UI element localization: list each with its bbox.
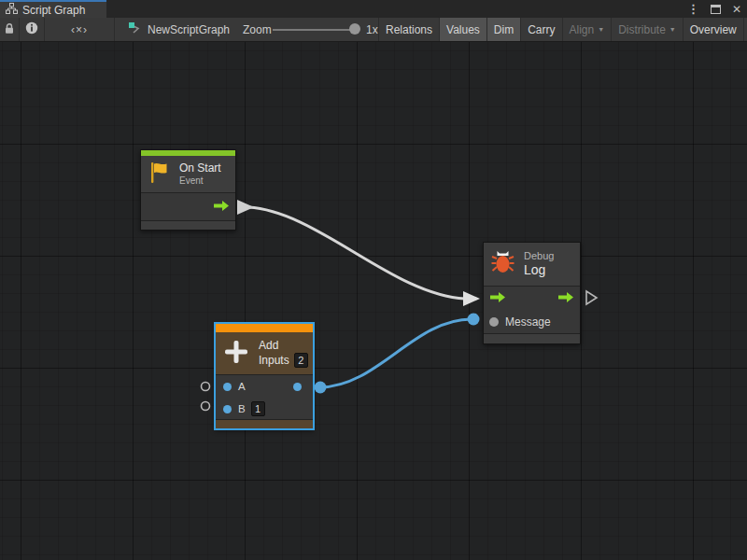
port-a-label: A bbox=[238, 381, 246, 392]
fullscreen-button[interactable]: Full S bbox=[743, 18, 747, 41]
flow-output-port[interactable] bbox=[557, 290, 574, 307]
info-icon bbox=[25, 21, 38, 37]
code-icon: ‹×› bbox=[71, 23, 88, 36]
node-footer bbox=[216, 419, 313, 428]
graph-toolbar: ‹×› NewScriptGraph Zoom 1x Relations Val… bbox=[0, 18, 747, 42]
port-b-value-field[interactable]: 1 bbox=[251, 401, 265, 416]
graph-asset-icon bbox=[128, 21, 142, 37]
zoom-slider[interactable] bbox=[273, 18, 362, 41]
tab-title: Script Graph bbox=[22, 4, 85, 17]
info-button[interactable] bbox=[20, 18, 45, 41]
chevron-down-icon: ▼ bbox=[669, 26, 676, 33]
relations-button[interactable]: Relations bbox=[378, 18, 439, 41]
port-row-a: A bbox=[216, 375, 313, 398]
maximize-icon[interactable] bbox=[711, 5, 721, 14]
bug-icon bbox=[490, 249, 515, 279]
node-footer bbox=[141, 220, 235, 230]
close-icon[interactable]: ✕ bbox=[730, 4, 743, 15]
value-output-port[interactable] bbox=[293, 383, 302, 391]
node-title: On Start bbox=[179, 161, 221, 175]
node-header[interactable]: Add Inputs 2 bbox=[216, 332, 313, 374]
math-accent-bar bbox=[216, 324, 313, 332]
node-subtitle: Event bbox=[179, 175, 221, 187]
toolbar-toggle-group: Relations Values Dim Carry Align ▼ Distr… bbox=[378, 18, 747, 41]
node-title: Log bbox=[524, 262, 554, 279]
overview-button[interactable]: Overview bbox=[683, 18, 743, 41]
value-input-port-a[interactable] bbox=[223, 383, 232, 391]
lock-icon bbox=[4, 22, 15, 37]
port-row-b: B 1 bbox=[216, 398, 313, 420]
flow-input-port[interactable] bbox=[489, 290, 506, 307]
message-input-port[interactable] bbox=[489, 317, 499, 327]
node-footer bbox=[484, 333, 580, 343]
dim-button[interactable]: Dim bbox=[486, 18, 520, 41]
node-header[interactable]: Debug Log bbox=[484, 243, 580, 286]
flow-port-row bbox=[484, 287, 580, 310]
zoom-slider-handle[interactable] bbox=[349, 23, 360, 35]
flag-icon bbox=[148, 161, 172, 189]
distribute-dropdown[interactable]: Distribute ▼ bbox=[611, 18, 683, 41]
graph-canvas[interactable]: On Start Event Add bbox=[0, 42, 747, 560]
graph-asset-reference[interactable]: NewScriptGraph bbox=[128, 18, 230, 41]
zoom-value: 1x bbox=[366, 18, 378, 41]
node-add[interactable]: Add Inputs 2 A B 1 bbox=[215, 323, 314, 429]
node-category: Debug bbox=[524, 250, 554, 262]
code-preview-button[interactable]: ‹×› bbox=[45, 18, 115, 41]
distribute-label: Distribute bbox=[618, 23, 666, 36]
chevron-down-icon: ▼ bbox=[598, 26, 604, 33]
zoom-slider-track[interactable] bbox=[273, 29, 357, 31]
zoom-label: Zoom bbox=[243, 18, 272, 41]
node-on-start[interactable]: On Start Event bbox=[140, 149, 236, 231]
window-tab-bar: Script Graph ⋮ ✕ bbox=[0, 0, 747, 18]
flow-output-port[interactable] bbox=[213, 199, 230, 216]
node-title: Add bbox=[259, 339, 308, 353]
graph-name: NewScriptGraph bbox=[148, 23, 230, 36]
node-debug-log[interactable]: Debug Log Message bbox=[483, 242, 581, 344]
inputs-count-field[interactable]: 2 bbox=[294, 353, 308, 368]
align-label: Align bbox=[570, 23, 595, 36]
plus-icon bbox=[222, 338, 250, 370]
script-graph-icon bbox=[6, 3, 18, 17]
message-port-label: Message bbox=[505, 315, 551, 329]
inputs-label: Inputs bbox=[259, 354, 289, 368]
message-port-row: Message bbox=[484, 310, 580, 333]
menu-kebab-icon[interactable]: ⋮ bbox=[685, 3, 701, 15]
carry-button[interactable]: Carry bbox=[520, 18, 561, 41]
align-dropdown[interactable]: Align ▼ bbox=[562, 18, 612, 41]
value-input-port-b[interactable] bbox=[223, 405, 232, 413]
port-b-label: B bbox=[238, 403, 246, 414]
values-button[interactable]: Values bbox=[439, 18, 486, 41]
tab-script-graph[interactable]: Script Graph bbox=[0, 0, 106, 18]
lock-button[interactable] bbox=[0, 18, 20, 41]
node-header[interactable]: On Start Event bbox=[141, 156, 235, 192]
